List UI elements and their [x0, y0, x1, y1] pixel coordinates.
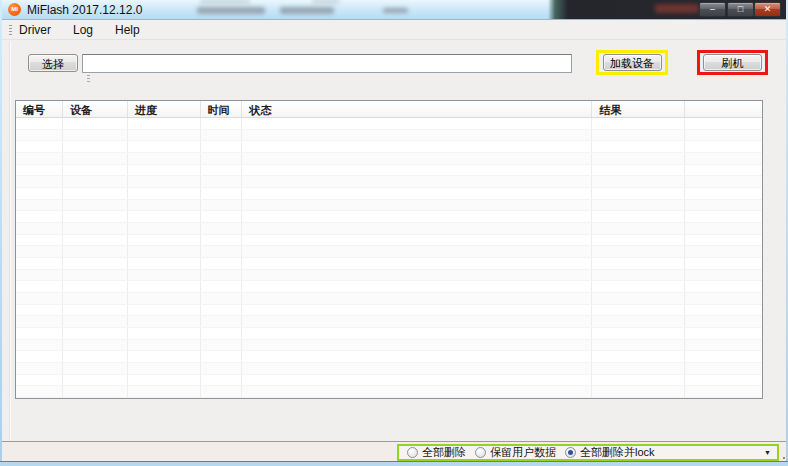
- table-cell: [592, 141, 685, 152]
- table-cell: [128, 211, 201, 222]
- table-cell: [201, 141, 243, 152]
- table-cell: [128, 328, 201, 339]
- table-cell: [63, 211, 128, 222]
- column-header-0[interactable]: 编号: [16, 101, 63, 117]
- flash-button[interactable]: 刷机: [703, 54, 762, 71]
- table-cell: [592, 153, 685, 164]
- table-cell: [592, 188, 685, 199]
- table-cell: [128, 165, 201, 176]
- table-cell: [16, 328, 63, 339]
- column-header-4[interactable]: 状态: [242, 101, 592, 117]
- table-row: [16, 235, 762, 247]
- table-cell: [63, 165, 128, 176]
- table-cell: [685, 328, 762, 339]
- table-cell: [128, 351, 201, 362]
- table-cell: [242, 258, 592, 269]
- resize-grip[interactable]: [783, 457, 785, 459]
- table-row: [16, 223, 762, 235]
- table-cell: [685, 375, 762, 386]
- table-cell: [128, 340, 201, 351]
- table-cell: [128, 235, 201, 246]
- table-cell: [592, 293, 685, 304]
- load-device-highlight-box: 加载设备: [596, 50, 668, 75]
- load-device-button[interactable]: 加载设备: [603, 54, 662, 71]
- table-cell: [128, 305, 201, 316]
- table-cell: [242, 351, 592, 362]
- table-cell: [242, 340, 592, 351]
- table-cell: [16, 130, 63, 141]
- table-cell: [128, 281, 201, 292]
- table-cell: [592, 258, 685, 269]
- table-cell: [63, 246, 128, 257]
- table-cell: [685, 386, 762, 397]
- table-cell: [63, 363, 128, 374]
- column-header-3[interactable]: 时间: [201, 101, 243, 117]
- client-groove-divider: [9, 42, 11, 459]
- table-cell: [63, 176, 128, 187]
- menu-item-help[interactable]: Help: [113, 22, 142, 38]
- table-cell: [201, 386, 243, 397]
- table-cell: [16, 246, 63, 257]
- toolbar-grip[interactable]: [9, 25, 12, 36]
- table-cell: [63, 375, 128, 386]
- table-cell: [242, 293, 592, 304]
- table-cell: [592, 386, 685, 397]
- table-cell: [685, 281, 762, 292]
- table-row: [16, 200, 762, 212]
- table-row: [16, 188, 762, 200]
- titlebar[interactable]: MI MiFlash 2017.12.12.0 – □ ✕: [0, 0, 788, 20]
- table-cell: [685, 340, 762, 351]
- table-row: [16, 375, 762, 387]
- table-cell: [16, 118, 63, 129]
- table-cell: [242, 165, 592, 176]
- table-cell: [63, 316, 128, 327]
- table-cell: [128, 176, 201, 187]
- table-cell: [242, 141, 592, 152]
- table-cell: [16, 235, 63, 246]
- table-cell: [128, 258, 201, 269]
- table-cell: [63, 153, 128, 164]
- table-cell: [16, 316, 63, 327]
- table-row: [16, 118, 762, 130]
- table-cell: [16, 176, 63, 187]
- radio-icon: [475, 447, 486, 458]
- menu-item-log[interactable]: Log: [71, 22, 95, 38]
- column-header-5[interactable]: 结果: [592, 101, 685, 117]
- table-cell: [201, 176, 243, 187]
- column-header-2[interactable]: 进度: [128, 101, 201, 117]
- rom-path-input[interactable]: [82, 54, 572, 73]
- table-cell: [16, 211, 63, 222]
- select-rom-button[interactable]: 选择: [28, 54, 78, 72]
- dropdown-arrow-icon[interactable]: ▼: [764, 449, 771, 456]
- menu-item-driver[interactable]: Driver: [17, 22, 53, 38]
- flash-option-1[interactable]: 保留用户数据: [475, 445, 556, 460]
- flash-option-2[interactable]: 全部删除并lock: [565, 445, 655, 460]
- table-cell: [63, 351, 128, 362]
- table-cell: [128, 153, 201, 164]
- window-border-bottom: [0, 461, 788, 466]
- maximize-button[interactable]: □: [727, 2, 754, 17]
- column-header-1[interactable]: 设备: [63, 101, 128, 117]
- table-cell: [63, 258, 128, 269]
- table-cell: [685, 293, 762, 304]
- flash-option-0[interactable]: 全部删除: [407, 445, 466, 460]
- table-cell: [592, 118, 685, 129]
- minimize-button[interactable]: –: [699, 2, 726, 17]
- table-row: [16, 328, 762, 340]
- table-cell: [242, 328, 592, 339]
- table-cell: [592, 305, 685, 316]
- close-button[interactable]: ✕: [754, 2, 781, 17]
- table-cell: [592, 363, 685, 374]
- table-cell: [685, 200, 762, 211]
- table-cell: [242, 200, 592, 211]
- table-cell: [128, 246, 201, 257]
- table-cell: [242, 235, 592, 246]
- column-header-6[interactable]: [685, 101, 762, 117]
- table-cell: [16, 258, 63, 269]
- table-cell: [201, 305, 243, 316]
- table-cell: [201, 188, 243, 199]
- table-cell: [16, 281, 63, 292]
- table-cell: [592, 200, 685, 211]
- table-cell: [242, 246, 592, 257]
- table-cell: [201, 340, 243, 351]
